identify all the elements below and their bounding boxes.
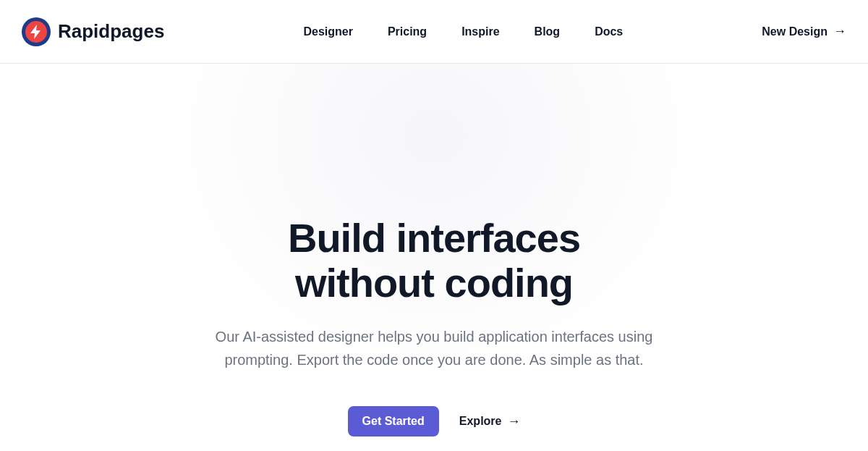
logo[interactable]: Rapidpages	[22, 17, 164, 46]
explore-button[interactable]: Explore →	[459, 414, 521, 429]
hero-title-line2: without coding	[295, 260, 573, 305]
logo-icon	[22, 17, 51, 46]
explore-label: Explore	[459, 415, 502, 428]
hero-section: Build interfaces without coding Our AI-a…	[0, 64, 868, 437]
main-nav: Designer Pricing Inspire Blog Docs	[303, 25, 623, 38]
hero-title: Build interfaces without coding	[0, 216, 868, 305]
nav-inspire[interactable]: Inspire	[461, 25, 499, 38]
hero-title-line1: Build interfaces	[288, 215, 580, 261]
arrow-right-icon: →	[833, 24, 846, 39]
new-design-button[interactable]: New Design →	[762, 24, 846, 39]
hero-subtitle: Our AI-assisted designer helps you build…	[203, 325, 665, 371]
new-design-label: New Design	[762, 25, 827, 38]
hero-buttons: Get Started Explore →	[0, 406, 868, 437]
arrow-right-icon: →	[507, 414, 520, 429]
nav-designer[interactable]: Designer	[303, 25, 352, 38]
brand-name: Rapidpages	[58, 20, 164, 43]
nav-blog[interactable]: Blog	[535, 25, 561, 38]
nav-pricing[interactable]: Pricing	[388, 25, 427, 38]
nav-docs[interactable]: Docs	[595, 25, 623, 38]
header: Rapidpages Designer Pricing Inspire Blog…	[0, 0, 868, 64]
get-started-button[interactable]: Get Started	[348, 406, 439, 437]
